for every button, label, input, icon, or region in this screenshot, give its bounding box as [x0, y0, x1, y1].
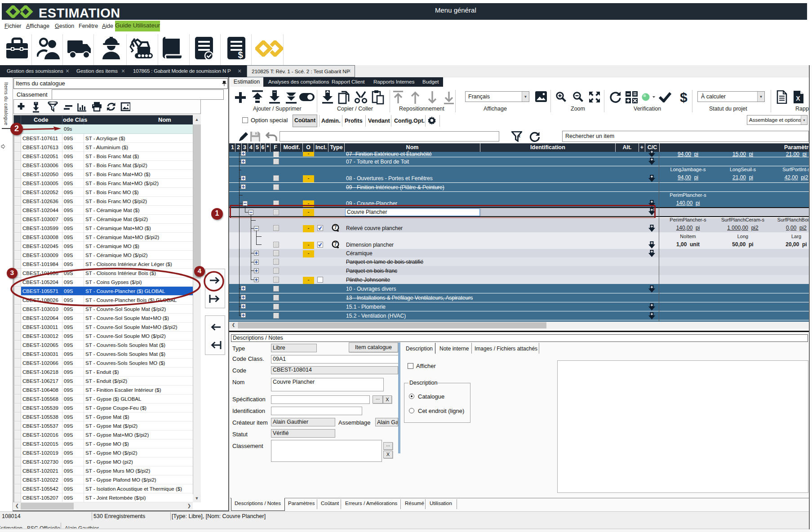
svg-text:X: X	[796, 95, 800, 102]
svg-text:$: $	[238, 50, 243, 60]
svg-text:7: 7	[334, 225, 337, 230]
svg-text:7: 7	[334, 242, 337, 247]
svg-text:x: x	[518, 134, 520, 138]
svg-text:x: x	[53, 105, 56, 109]
